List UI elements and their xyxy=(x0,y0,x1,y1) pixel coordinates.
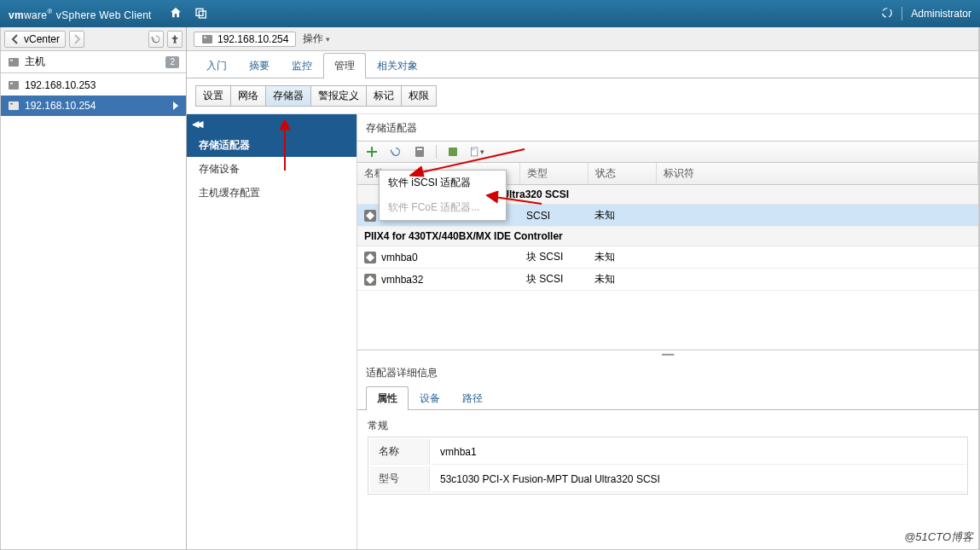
seg-network[interactable]: 网络 xyxy=(231,85,266,107)
props-table: 名称 vmhba1 型号 53c1030 PCI-X Fusion-MPT Du… xyxy=(368,437,968,495)
svg-rect-15 xyxy=(472,148,474,150)
brand-prefix: vm xyxy=(9,9,24,21)
host-tree: 192.168.10.253 192.168.10.254 xyxy=(1,73,186,118)
table-row[interactable]: vmhba0 块 SCSI 未知 xyxy=(357,246,978,269)
nav-section[interactable]: 主机 2 xyxy=(1,51,186,73)
cell-name: vmhba0 xyxy=(381,252,418,263)
rescan-button[interactable] xyxy=(412,144,427,159)
svg-rect-9 xyxy=(202,35,212,43)
detach-button[interactable] xyxy=(445,144,461,159)
cell-status: 未知 xyxy=(588,246,656,269)
side-item-hostcache[interactable]: 主机缓存配置 xyxy=(187,181,357,205)
main-tabs: 入门 摘要 监控 管理 相关对象 xyxy=(187,51,978,78)
cell-name: vmhba32 xyxy=(381,274,423,286)
group-row: PIIX4 for 430TX/440BX/MX IDE Controller xyxy=(357,227,978,246)
nav-section-label: 主机 xyxy=(25,55,45,69)
actions-label: 操作 xyxy=(303,32,323,46)
host-icon xyxy=(201,33,213,45)
seg-storage[interactable]: 存储器 xyxy=(266,85,311,107)
page-icon xyxy=(469,145,480,159)
col-status[interactable]: 状态 xyxy=(588,163,656,185)
svg-rect-3 xyxy=(9,58,19,67)
crumb-host[interactable]: 192.168.10.254 xyxy=(194,32,296,47)
prop-label: 型号 xyxy=(370,466,430,492)
separator xyxy=(902,7,902,20)
svg-rect-4 xyxy=(10,60,13,61)
cell-status: 未知 xyxy=(588,205,656,227)
table-row[interactable]: vmhba32 块 SCSI 未知 xyxy=(357,269,978,291)
more-button[interactable]: ▾ xyxy=(469,144,484,159)
tab-summary[interactable]: 摘要 xyxy=(238,53,281,78)
navigator: vCenter 主机 2 192.168.10.253 xyxy=(1,27,187,549)
cell-id xyxy=(656,246,978,269)
user-label[interactable]: Administrator xyxy=(911,8,971,20)
col-id[interactable]: 标识符 xyxy=(656,163,978,185)
svg-rect-12 xyxy=(417,148,422,150)
watermark: @51CTO博客 xyxy=(904,530,973,545)
sidebar-collapse[interactable]: ◀◀ xyxy=(187,114,357,133)
resize-handle[interactable]: ━━ xyxy=(357,350,978,359)
detail-props: 常规 名称 vmhba1 型号 53c1030 PCI-X Fusion-MPT… xyxy=(357,410,978,503)
adapter-toolbar: ▾ xyxy=(357,141,978,163)
cell-id xyxy=(656,269,978,291)
seg-tags[interactable]: 标记 xyxy=(367,85,402,107)
tree-host-0[interactable]: 192.168.10.253 xyxy=(1,75,186,96)
actions-menu[interactable]: 操作 xyxy=(303,32,330,46)
tree-host-1-label: 192.168.10.254 xyxy=(25,100,96,112)
refresh-icon xyxy=(389,145,403,159)
cell-type: 块 SCSI xyxy=(519,246,588,269)
svg-rect-8 xyxy=(10,103,13,105)
windows-icon[interactable] xyxy=(194,6,208,22)
seg-perm[interactable]: 权限 xyxy=(402,85,437,107)
tab-manage[interactable]: 管理 xyxy=(323,53,366,78)
svg-rect-10 xyxy=(204,37,206,38)
prop-value: 53c1030 PCI-X Fusion-MPT Dual Ultra320 S… xyxy=(432,466,966,492)
nav-forward-button[interactable] xyxy=(69,31,84,48)
chevron-right-icon xyxy=(172,101,179,110)
adapter-icon xyxy=(364,252,376,263)
nav-pin-button[interactable] xyxy=(167,31,183,48)
tree-host-0-label: 192.168.10.253 xyxy=(25,79,96,91)
props-row: 名称 vmhba1 xyxy=(370,439,966,465)
tab-related[interactable]: 相关对象 xyxy=(366,53,429,78)
svg-point-2 xyxy=(883,8,892,17)
top-bar: vmware® vSphere Web Client Administrator xyxy=(0,0,980,27)
nav-back-label: vCenter xyxy=(24,33,60,45)
add-adapter-menu: 软件 iSCSI 适配器 软件 FCoE 适配器... xyxy=(379,170,507,221)
props-row: 型号 53c1030 PCI-X Fusion-MPT Dual Ultra32… xyxy=(370,466,966,492)
tab-getting-started[interactable]: 入门 xyxy=(195,53,238,78)
cell-id xyxy=(656,205,978,227)
seg-alarm[interactable]: 警报定义 xyxy=(311,85,367,107)
group-label: PIIX4 for 430TX/440BX/MX IDE Controller xyxy=(357,227,978,246)
col-type[interactable]: 类型 xyxy=(519,163,588,185)
history-icon xyxy=(151,34,161,44)
side-item-adapters[interactable]: 存储适配器 xyxy=(187,133,357,157)
collapse-icon: ◀◀ xyxy=(192,119,200,130)
detail-title: 适配器详细信息 xyxy=(357,359,978,384)
dtab-paths[interactable]: 路径 xyxy=(451,386,494,410)
add-adapter-button[interactable] xyxy=(364,144,380,159)
storage-sidebar: ◀◀ 存储适配器 存储设备 主机缓存配置 xyxy=(187,114,357,549)
seg-settings[interactable]: 设置 xyxy=(195,85,231,107)
home-icon[interactable] xyxy=(169,6,183,22)
tree-host-1[interactable]: 192.168.10.254 xyxy=(1,96,186,116)
cell-type: SCSI xyxy=(519,205,588,227)
refresh-button[interactable] xyxy=(388,144,403,159)
crumb-host-label: 192.168.10.254 xyxy=(217,33,288,45)
menu-iscsi[interactable]: 软件 iSCSI 适配器 xyxy=(380,171,506,195)
content: 192.168.10.254 操作 入门 摘要 监控 管理 相关对象 设置 网络… xyxy=(187,27,979,549)
brand-mid: ware xyxy=(24,9,47,21)
dtab-devices[interactable]: 设备 xyxy=(409,386,451,410)
cell-type: 块 SCSI xyxy=(519,269,588,291)
nav-back-button[interactable]: vCenter xyxy=(4,31,66,48)
adapter-icon xyxy=(364,274,376,286)
detail-tabs: 属性 设备 路径 xyxy=(357,385,978,410)
pin-icon xyxy=(170,34,180,44)
dtab-props[interactable]: 属性 xyxy=(366,386,409,410)
side-item-devices[interactable]: 存储设备 xyxy=(187,157,357,181)
svg-rect-11 xyxy=(415,147,424,157)
tab-monitor[interactable]: 监控 xyxy=(281,53,323,78)
nav-history-button[interactable] xyxy=(148,31,164,48)
svg-rect-6 xyxy=(10,83,13,84)
adapter-icon xyxy=(364,210,376,222)
